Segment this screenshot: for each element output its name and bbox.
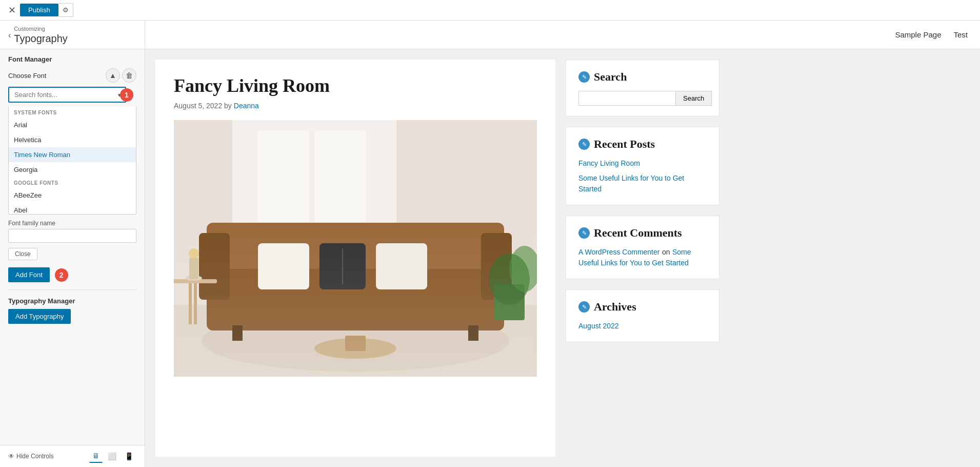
publish-button[interactable]: Publish: [20, 4, 58, 16]
post-author-link[interactable]: Deanna: [234, 102, 259, 110]
archive-link-1[interactable]: August 2022: [578, 321, 707, 332]
search-widget: ✎ Search Search: [566, 60, 719, 116]
add-font-row: Add Font 2: [8, 267, 136, 290]
archives-title: Archives: [594, 300, 636, 314]
sidebar-content: Font Manager Choose Font ▲ 🗑 ▼ 1 SYSTEM …: [0, 49, 145, 445]
recent-post-link-2[interactable]: Some Useful Links for You to Get Started: [578, 173, 707, 194]
font-family-input[interactable]: [8, 229, 136, 243]
add-typography-button[interactable]: Add Typography: [8, 309, 71, 324]
main-layout: ‹ Customizing Typography Font Manager Ch…: [0, 21, 980, 467]
close-section: Close: [8, 248, 136, 260]
gear-button[interactable]: ⚙: [58, 3, 73, 17]
font-option-abel[interactable]: Abel: [9, 203, 136, 215]
svg-rect-11: [468, 325, 478, 341]
search-fonts-input[interactable]: [8, 87, 126, 103]
font-delete-button[interactable]: 🗑: [122, 68, 136, 83]
preview-sidebar: ✎ Search Search ✎ Recent Posts Fancy Liv…: [566, 60, 719, 457]
post-image: [174, 120, 537, 377]
recent-comments-widget: ✎ Recent Comments A WordPress Commenter …: [566, 216, 719, 279]
hide-controls-button[interactable]: 👁 Hide Controls: [8, 453, 54, 460]
choose-font-label: Choose Font: [8, 72, 46, 80]
recent-comments-icon: ✎: [578, 227, 590, 239]
preview-main: Fancy Living Room August 5, 2022 by Dean…: [155, 60, 555, 457]
nav-link-test[interactable]: Test: [953, 30, 968, 39]
comment-on-text: on: [662, 248, 670, 256]
close-button[interactable]: ✕: [4, 3, 20, 18]
top-bar: ✕ Publish ⚙: [0, 0, 980, 21]
svg-point-24: [509, 246, 537, 292]
post-meta: August 5, 2022 by Deanna: [174, 102, 537, 110]
svg-rect-17: [189, 283, 192, 324]
font-option-times-new-roman[interactable]: Times New Roman: [9, 147, 136, 162]
svg-rect-14: [376, 243, 427, 289]
svg-point-19: [186, 276, 202, 281]
font-controls: ▲ 🗑: [106, 68, 136, 83]
close-section-button[interactable]: Close: [8, 248, 37, 260]
comment-author-link[interactable]: A WordPress Commenter: [578, 248, 659, 256]
font-dropdown: SYSTEM FONTS Arial Helvetica Times New R…: [8, 107, 136, 215]
svg-rect-3: [314, 130, 366, 284]
view-icons: 🖥 ⬜ 📱: [89, 450, 136, 463]
mobile-view-button[interactable]: 📱: [122, 450, 136, 463]
search-widget-input[interactable]: [578, 91, 675, 106]
recent-posts-icon: ✎: [578, 139, 590, 150]
system-fonts-label: SYSTEM FONTS: [9, 107, 136, 118]
step-badge-1: 1: [120, 88, 133, 102]
svg-point-21: [189, 248, 199, 259]
svg-rect-9: [481, 233, 512, 300]
recent-comments-title: Recent Comments: [594, 226, 682, 240]
recent-post-link-1[interactable]: Fancy Living Room: [578, 158, 707, 169]
svg-rect-13: [319, 243, 366, 289]
font-option-georgia[interactable]: Georgia: [9, 162, 136, 177]
font-option-helvetica[interactable]: Helvetica: [9, 132, 136, 147]
back-arrow-icon: ‹: [8, 31, 11, 40]
desktop-view-button[interactable]: 🖥: [89, 450, 103, 463]
archives-icon: ✎: [578, 301, 590, 313]
choose-font-row: Choose Font ▲ 🗑: [8, 68, 136, 83]
nav-link-sample-page[interactable]: Sample Page: [895, 30, 941, 39]
svg-rect-20: [189, 258, 198, 279]
svg-rect-2: [258, 130, 309, 284]
search-widget-button[interactable]: Search: [675, 91, 712, 106]
font-option-arial[interactable]: Arial: [9, 118, 136, 132]
preview-content: Fancy Living Room August 5, 2022 by Dean…: [145, 49, 980, 467]
search-input-row: Search: [578, 91, 707, 106]
search-widget-icon: ✎: [578, 71, 590, 83]
post-title: Fancy Living Room: [174, 75, 537, 96]
recent-comments-title-row: ✎ Recent Comments: [578, 226, 707, 240]
archives-widget: ✎ Archives August 2022: [566, 289, 719, 342]
step-badge-2: 2: [55, 268, 68, 282]
svg-rect-7: [207, 223, 504, 269]
font-option-abeezee[interactable]: ABeeZee: [9, 188, 136, 203]
svg-rect-26: [345, 336, 366, 351]
tablet-view-button[interactable]: ⬜: [105, 450, 119, 463]
search-fonts-container: ▼ 1: [8, 87, 126, 103]
eye-icon: 👁: [8, 453, 14, 460]
svg-rect-6: [207, 259, 504, 330]
google-fonts-label: GOOGLE FONTS: [9, 177, 136, 188]
svg-rect-22: [494, 284, 525, 320]
typography-manager-label: Typography Manager: [8, 297, 136, 305]
preview-area: Sample Page Test Fancy Living Room Augus…: [145, 21, 980, 467]
sidebar-header: ‹ Customizing Typography: [0, 21, 145, 49]
recent-posts-widget: ✎ Recent Posts Fancy Living Room Some Us…: [566, 127, 719, 205]
preview-nav: Sample Page Test: [145, 21, 980, 49]
search-widget-title-row: ✎ Search: [578, 70, 707, 84]
sidebar: ‹ Customizing Typography Font Manager Ch…: [0, 21, 145, 467]
svg-point-5: [202, 310, 509, 372]
add-font-button[interactable]: Add Font: [8, 267, 50, 282]
svg-rect-12: [258, 243, 309, 289]
svg-point-23: [489, 254, 530, 305]
font-family-label: Font family name: [8, 220, 136, 227]
svg-point-25: [314, 338, 396, 359]
archives-title-row: ✎ Archives: [578, 300, 707, 314]
font-manager-label: Font Manager: [8, 55, 136, 63]
sidebar-bottom: 👁 Hide Controls 🖥 ⬜ 📱: [0, 445, 145, 467]
sidebar-back[interactable]: ‹ Customizing Typography: [8, 26, 136, 45]
font-up-button[interactable]: ▲: [106, 68, 120, 83]
search-widget-title: Search: [594, 70, 627, 84]
customizing-label: Customizing: [14, 26, 68, 32]
recent-posts-title-row: ✎ Recent Posts: [578, 138, 707, 151]
svg-rect-4: [174, 305, 537, 377]
typography-manager-section: Typography Manager Add Typography: [8, 297, 136, 324]
